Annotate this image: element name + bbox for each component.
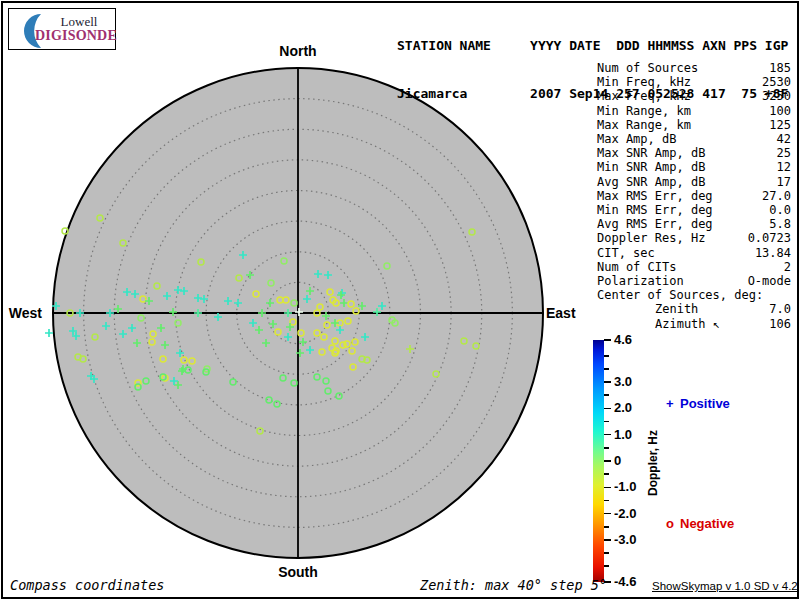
doppler-colorbar bbox=[593, 340, 604, 582]
compass-label-west: West bbox=[6, 305, 42, 321]
stat-row: Min Range, km100 bbox=[597, 104, 791, 118]
colorbar-tick-label: -1.0 bbox=[614, 479, 636, 494]
stat-row: Min SNR Amp, dB12 bbox=[597, 160, 791, 174]
stat-row: Num of CITs2 bbox=[597, 260, 791, 274]
software-version-label: ShowSkymap v 1.0 SD v 4.2 bbox=[652, 580, 798, 592]
legend-positive: +Positive bbox=[666, 396, 730, 411]
stat-value: 100 bbox=[769, 104, 791, 118]
colorbar-major-tick bbox=[604, 339, 611, 341]
stat-row: Max Range, km125 bbox=[597, 118, 791, 132]
skymap-source-positive bbox=[45, 329, 53, 337]
colorbar-tick-label: 1.0 bbox=[614, 427, 632, 442]
colorbar-minor-tick bbox=[604, 473, 609, 475]
stat-label: Max Amp, dB bbox=[597, 132, 676, 146]
stat-value: 3250 bbox=[762, 89, 791, 103]
logo-digisonde-text: DIGISONDE bbox=[35, 28, 115, 44]
colorbar-major-tick bbox=[604, 381, 611, 383]
colorbar-minor-tick bbox=[604, 565, 609, 567]
lowell-digisonde-logo: Lowell DIGISONDE bbox=[8, 8, 116, 50]
stat-label: Num of CITs bbox=[597, 260, 676, 274]
stat-value: 27.0 bbox=[762, 189, 791, 203]
stat-label: Max Range, km bbox=[597, 118, 691, 132]
stat-row: Num of Sources185 bbox=[597, 61, 791, 75]
stat-value: 17 bbox=[777, 175, 791, 189]
stat-row: Avg SNR Amp, dB17 bbox=[597, 175, 791, 189]
measurement-stats-panel: Num of Sources185Min Freq, kHz2530Max Fr… bbox=[597, 61, 791, 331]
stat-row: Max SNR Amp, dB25 bbox=[597, 146, 791, 160]
plus-marker-icon: + bbox=[666, 396, 680, 411]
stat-row: Doppler Res, Hz0.0723 bbox=[597, 231, 791, 245]
stat-row: Max Freq, kHz3250 bbox=[597, 89, 791, 103]
doppler-colorbar-title: Doppler, Hz bbox=[646, 430, 660, 496]
colorbar-minor-tick bbox=[604, 394, 609, 396]
colorbar-major-tick bbox=[604, 487, 611, 489]
colorbar-tick-label: -4.6 bbox=[614, 574, 636, 589]
colorbar-major-tick bbox=[604, 434, 611, 436]
colorbar-minor-tick bbox=[604, 552, 609, 554]
colorbar-minor-tick bbox=[604, 421, 609, 423]
stat-row: Zenith7.0 bbox=[597, 302, 791, 316]
stat-label: Doppler Res, Hz bbox=[597, 231, 705, 245]
stat-row: Max Amp, dB42 bbox=[597, 132, 791, 146]
stat-row: Min Freq, kHz2530 bbox=[597, 75, 791, 89]
colorbar-minor-tick bbox=[604, 355, 609, 357]
stat-label: Min Range, km bbox=[597, 104, 691, 118]
stat-value: 125 bbox=[769, 118, 791, 132]
compass-label-east: East bbox=[546, 305, 586, 321]
stat-row: PolarizationO-mode bbox=[597, 274, 791, 288]
colorbar-tick-label: 3.0 bbox=[614, 374, 632, 389]
colorbar-minor-tick bbox=[604, 526, 609, 528]
skymap-app-window: Lowell DIGISONDE STATION NAME YYYY DATE … bbox=[0, 0, 800, 600]
colorbar-major-tick bbox=[604, 408, 611, 410]
header-columns-row: STATION NAME YYYY DATE DDD HHMMSS AXN PP… bbox=[397, 38, 788, 54]
stat-value: 13.84 bbox=[755, 246, 791, 260]
compass-label-south: South bbox=[268, 564, 328, 580]
stat-label: Avg SNR Amp, dB bbox=[597, 175, 705, 189]
stat-value: 0.0723 bbox=[748, 231, 791, 245]
stat-value: 185 bbox=[769, 61, 791, 75]
colorbar-tick-label: 0 bbox=[614, 453, 621, 468]
colorbar-tick-label: 2.0 bbox=[614, 400, 632, 415]
stat-label: Num of Sources bbox=[597, 61, 698, 75]
stat-label: Avg RMS Err, deg bbox=[597, 217, 713, 231]
zenith-range-label: Zenith: max 40° step 5° bbox=[420, 577, 607, 593]
stat-label: Min Freq, kHz bbox=[597, 75, 691, 89]
stat-value: 2530 bbox=[762, 75, 791, 89]
circle-marker-icon: o bbox=[666, 516, 680, 531]
stat-value: 5.8 bbox=[769, 217, 791, 231]
stat-value: 42 bbox=[777, 132, 791, 146]
stat-value: 7.0 bbox=[769, 302, 791, 316]
legend-negative-label: Negative bbox=[680, 516, 734, 531]
stat-row: Azimuth ↖106 bbox=[597, 317, 791, 331]
stat-label: Max Freq, kHz bbox=[597, 89, 691, 103]
colorbar-minor-tick bbox=[604, 368, 609, 370]
stat-row: Center of Sources, deg: bbox=[597, 288, 791, 302]
stat-row: Max RMS Err, deg27.0 bbox=[597, 189, 791, 203]
colorbar-tick-label: 4.6 bbox=[614, 332, 632, 347]
stat-row: Avg RMS Err, deg5.8 bbox=[597, 217, 791, 231]
stat-value: 2 bbox=[784, 260, 791, 274]
stat-label: Zenith bbox=[597, 302, 698, 316]
coordinate-system-label: Compass coordinates bbox=[10, 577, 164, 593]
stat-label: Min SNR Amp, dB bbox=[597, 160, 705, 174]
stat-label: Max RMS Err, deg bbox=[597, 189, 713, 203]
legend-negative: oNegative bbox=[666, 516, 734, 531]
stat-value: 25 bbox=[777, 146, 791, 160]
stat-value: 106 bbox=[769, 317, 791, 331]
compass-label-north: North bbox=[268, 43, 328, 59]
stat-label: Azimuth ↖ bbox=[597, 317, 720, 331]
colorbar-major-tick bbox=[604, 513, 611, 515]
stat-label: CIT, sec bbox=[597, 246, 655, 260]
stat-value: 12 bbox=[777, 160, 791, 174]
stat-label: Center of Sources, deg: bbox=[597, 288, 763, 302]
stat-value: O-mode bbox=[748, 274, 791, 288]
colorbar-major-tick bbox=[604, 539, 611, 541]
colorbar-minor-tick bbox=[604, 500, 609, 502]
colorbar-minor-tick bbox=[604, 447, 609, 449]
stat-value: 0.0 bbox=[769, 203, 791, 217]
stat-row: Min RMS Err, deg0.0 bbox=[597, 203, 791, 217]
colorbar-major-tick bbox=[604, 460, 611, 462]
colorbar-tick-label: -2.0 bbox=[614, 506, 636, 521]
colorbar-tick-label: -3.0 bbox=[614, 532, 636, 547]
stat-label: Max SNR Amp, dB bbox=[597, 146, 705, 160]
